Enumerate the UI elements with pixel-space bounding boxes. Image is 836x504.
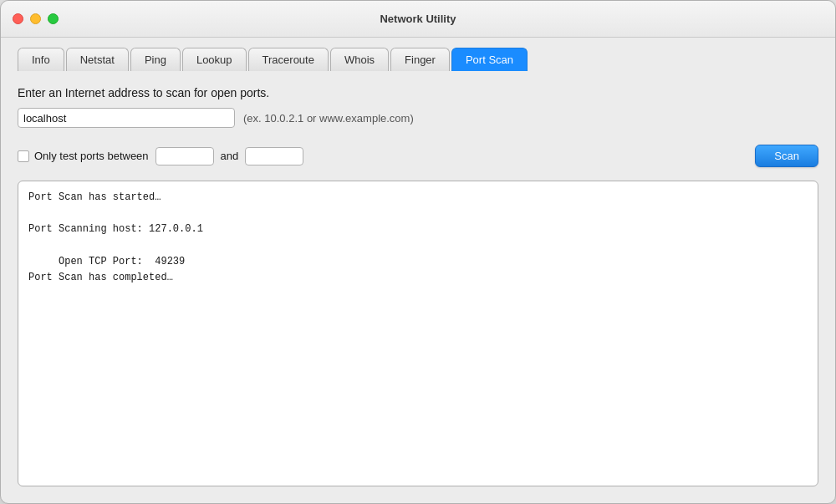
main-content: Info Netstat Ping Lookup Traceroute Whoi… [1, 38, 835, 503]
minimize-button[interactable] [30, 13, 41, 24]
app-window: Network Utility Info Netstat Ping Lookup… [0, 0, 836, 504]
output-area: Port Scan has started… Port Scanning hos… [18, 181, 818, 486]
port-checkbox-wrapper: Only test ports between [18, 150, 149, 162]
window-controls [13, 13, 59, 24]
scan-button[interactable]: Scan [755, 145, 818, 167]
port-label: Only test ports between [34, 150, 149, 162]
tab-finger[interactable]: Finger [390, 48, 450, 71]
ports-row: Only test ports between and Scan [18, 145, 818, 167]
port-start-input[interactable] [155, 147, 214, 165]
instruction-text: Enter an Internet address to scan for op… [18, 86, 818, 99]
window-title: Network Utility [380, 13, 456, 25]
address-hint: (ex. 10.0.2.1 or www.example.com) [243, 112, 414, 125]
tab-traceroute[interactable]: Traceroute [248, 48, 329, 71]
and-label: and [221, 150, 239, 162]
close-button[interactable] [13, 13, 23, 24]
port-checkbox[interactable] [18, 150, 29, 162]
tab-ping[interactable]: Ping [130, 48, 181, 71]
tab-port-scan[interactable]: Port Scan [451, 48, 528, 71]
address-input[interactable] [18, 108, 235, 128]
tab-netstat[interactable]: Netstat [66, 48, 129, 71]
tab-whois[interactable]: Whois [330, 48, 389, 71]
title-bar: Network Utility [1, 1, 835, 38]
tab-info[interactable]: Info [18, 48, 64, 71]
tab-bar: Info Netstat Ping Lookup Traceroute Whoi… [18, 48, 818, 71]
port-end-input[interactable] [245, 147, 303, 165]
maximize-button[interactable] [48, 13, 59, 24]
tab-lookup[interactable]: Lookup [182, 48, 247, 71]
address-row: (ex. 10.0.2.1 or www.example.com) [18, 108, 818, 128]
